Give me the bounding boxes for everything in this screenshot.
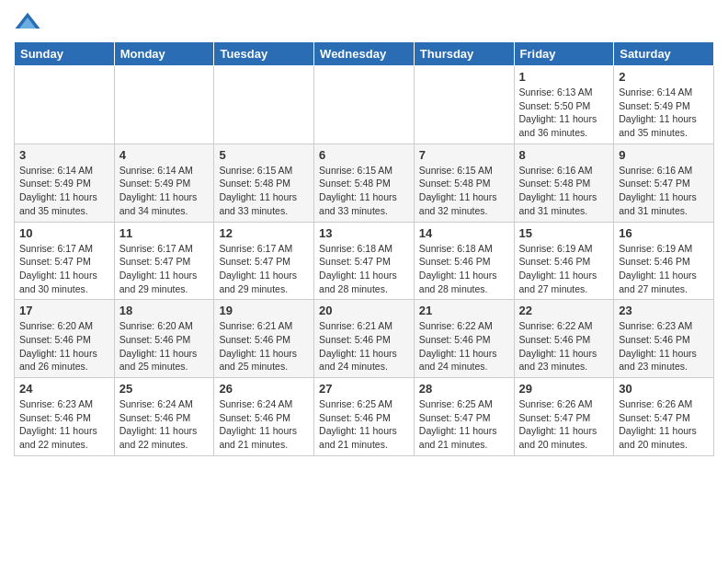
day-number: 22 — [519, 304, 609, 317]
day-info: Sunrise: 6:23 AM Sunset: 5:46 PM Dayligh… — [19, 397, 109, 452]
day-info: Sunrise: 6:20 AM Sunset: 5:46 PM Dayligh… — [119, 319, 210, 373]
day-number: 20 — [319, 304, 409, 317]
day-number: 14 — [419, 226, 509, 240]
day-number: 8 — [519, 148, 609, 162]
day-number: 13 — [319, 226, 409, 240]
day-number: 6 — [319, 148, 409, 162]
calendar-cell: 10Sunrise: 6:17 AM Sunset: 5:47 PM Dayli… — [15, 222, 115, 300]
calendar-cell: 13Sunrise: 6:18 AM Sunset: 5:47 PM Dayli… — [314, 222, 415, 300]
day-number: 18 — [119, 304, 210, 317]
calendar-week-row: 10Sunrise: 6:17 AM Sunset: 5:47 PM Dayli… — [15, 222, 714, 300]
day-info: Sunrise: 6:23 AM Sunset: 5:46 PM Dayligh… — [619, 319, 709, 373]
day-number: 16 — [619, 226, 709, 240]
day-info: Sunrise: 6:22 AM Sunset: 5:46 PM Dayligh… — [519, 319, 609, 373]
calendar-cell: 21Sunrise: 6:22 AM Sunset: 5:46 PM Dayli… — [414, 300, 514, 378]
day-number: 4 — [119, 148, 210, 162]
day-info: Sunrise: 6:18 AM Sunset: 5:46 PM Dayligh… — [419, 242, 509, 296]
col-header-saturday: Saturday — [614, 42, 714, 66]
day-info: Sunrise: 6:14 AM Sunset: 5:49 PM Dayligh… — [619, 86, 709, 140]
day-info: Sunrise: 6:15 AM Sunset: 5:48 PM Dayligh… — [419, 164, 509, 218]
page-header — [14, 9, 714, 37]
logo-icon — [14, 9, 41, 37]
calendar-cell: 3Sunrise: 6:14 AM Sunset: 5:49 PM Daylig… — [15, 144, 115, 222]
day-number: 17 — [19, 304, 109, 317]
day-info: Sunrise: 6:17 AM Sunset: 5:47 PM Dayligh… — [19, 242, 109, 296]
day-info: Sunrise: 6:19 AM Sunset: 5:46 PM Dayligh… — [619, 242, 709, 296]
day-number: 11 — [119, 226, 210, 240]
calendar-cell: 24Sunrise: 6:23 AM Sunset: 5:46 PM Dayli… — [15, 378, 115, 456]
day-info: Sunrise: 6:20 AM Sunset: 5:46 PM Dayligh… — [19, 319, 109, 373]
calendar-cell: 17Sunrise: 6:20 AM Sunset: 5:46 PM Dayli… — [15, 300, 115, 378]
day-number: 2 — [619, 70, 709, 84]
calendar-cell: 6Sunrise: 6:15 AM Sunset: 5:48 PM Daylig… — [314, 144, 415, 222]
logo — [14, 9, 45, 37]
calendar-cell — [314, 66, 415, 144]
day-info: Sunrise: 6:16 AM Sunset: 5:48 PM Dayligh… — [519, 164, 609, 218]
calendar-cell: 15Sunrise: 6:19 AM Sunset: 5:46 PM Dayli… — [514, 222, 614, 300]
calendar-table: SundayMondayTuesdayWednesdayThursdayFrid… — [14, 41, 714, 456]
calendar-cell: 4Sunrise: 6:14 AM Sunset: 5:49 PM Daylig… — [114, 144, 214, 222]
calendar-cell: 16Sunrise: 6:19 AM Sunset: 5:46 PM Dayli… — [614, 222, 714, 300]
day-number: 10 — [19, 226, 109, 240]
day-info: Sunrise: 6:21 AM Sunset: 5:46 PM Dayligh… — [319, 319, 409, 373]
calendar-cell: 29Sunrise: 6:26 AM Sunset: 5:47 PM Dayli… — [514, 378, 614, 456]
calendar-cell — [214, 66, 314, 144]
day-number: 26 — [219, 382, 309, 396]
day-number: 29 — [519, 382, 609, 396]
calendar-cell: 11Sunrise: 6:17 AM Sunset: 5:47 PM Dayli… — [114, 222, 214, 300]
day-info: Sunrise: 6:19 AM Sunset: 5:46 PM Dayligh… — [519, 242, 609, 296]
calendar-cell: 9Sunrise: 6:16 AM Sunset: 5:47 PM Daylig… — [614, 144, 714, 222]
day-info: Sunrise: 6:21 AM Sunset: 5:46 PM Dayligh… — [219, 319, 309, 373]
day-info: Sunrise: 6:25 AM Sunset: 5:47 PM Dayligh… — [419, 397, 509, 452]
calendar-week-row: 3Sunrise: 6:14 AM Sunset: 5:49 PM Daylig… — [15, 144, 714, 222]
calendar-cell: 18Sunrise: 6:20 AM Sunset: 5:46 PM Dayli… — [114, 300, 214, 378]
calendar-week-row: 24Sunrise: 6:23 AM Sunset: 5:46 PM Dayli… — [15, 378, 714, 456]
calendar-cell: 7Sunrise: 6:15 AM Sunset: 5:48 PM Daylig… — [414, 144, 514, 222]
day-info: Sunrise: 6:16 AM Sunset: 5:47 PM Dayligh… — [619, 164, 709, 218]
day-info: Sunrise: 6:15 AM Sunset: 5:48 PM Dayligh… — [219, 164, 309, 218]
day-info: Sunrise: 6:22 AM Sunset: 5:46 PM Dayligh… — [419, 319, 509, 373]
day-info: Sunrise: 6:17 AM Sunset: 5:47 PM Dayligh… — [119, 242, 210, 296]
day-number: 23 — [619, 304, 709, 317]
day-info: Sunrise: 6:26 AM Sunset: 5:47 PM Dayligh… — [519, 397, 609, 452]
calendar-cell: 19Sunrise: 6:21 AM Sunset: 5:46 PM Dayli… — [214, 300, 314, 378]
day-number: 25 — [119, 382, 210, 396]
calendar-cell: 22Sunrise: 6:22 AM Sunset: 5:46 PM Dayli… — [514, 300, 614, 378]
calendar-cell — [414, 66, 514, 144]
day-number: 5 — [219, 148, 309, 162]
day-info: Sunrise: 6:18 AM Sunset: 5:47 PM Dayligh… — [319, 242, 409, 296]
day-info: Sunrise: 6:15 AM Sunset: 5:48 PM Dayligh… — [319, 164, 409, 218]
col-header-thursday: Thursday — [414, 42, 514, 66]
calendar-cell: 2Sunrise: 6:14 AM Sunset: 5:49 PM Daylig… — [614, 66, 714, 144]
day-info: Sunrise: 6:14 AM Sunset: 5:49 PM Dayligh… — [19, 164, 109, 218]
col-header-monday: Monday — [114, 42, 214, 66]
calendar-cell: 14Sunrise: 6:18 AM Sunset: 5:46 PM Dayli… — [414, 222, 514, 300]
calendar-cell: 1Sunrise: 6:13 AM Sunset: 5:50 PM Daylig… — [514, 66, 614, 144]
day-info: Sunrise: 6:24 AM Sunset: 5:46 PM Dayligh… — [119, 397, 210, 452]
calendar-cell: 12Sunrise: 6:17 AM Sunset: 5:47 PM Dayli… — [214, 222, 314, 300]
day-info: Sunrise: 6:24 AM Sunset: 5:46 PM Dayligh… — [219, 397, 309, 452]
col-header-wednesday: Wednesday — [314, 42, 415, 66]
calendar-week-row: 17Sunrise: 6:20 AM Sunset: 5:46 PM Dayli… — [15, 300, 714, 378]
calendar-cell — [15, 66, 115, 144]
col-header-sunday: Sunday — [15, 42, 115, 66]
day-number: 1 — [519, 70, 609, 84]
calendar-cell — [114, 66, 214, 144]
calendar-header-row: SundayMondayTuesdayWednesdayThursdayFrid… — [15, 42, 714, 66]
day-number: 9 — [619, 148, 709, 162]
day-number: 28 — [419, 382, 509, 396]
day-number: 3 — [19, 148, 109, 162]
day-number: 15 — [519, 226, 609, 240]
day-info: Sunrise: 6:17 AM Sunset: 5:47 PM Dayligh… — [219, 242, 309, 296]
day-number: 12 — [219, 226, 309, 240]
day-number: 7 — [419, 148, 509, 162]
calendar-cell: 8Sunrise: 6:16 AM Sunset: 5:48 PM Daylig… — [514, 144, 614, 222]
calendar-cell: 26Sunrise: 6:24 AM Sunset: 5:46 PM Dayli… — [214, 378, 314, 456]
col-header-tuesday: Tuesday — [214, 42, 314, 66]
calendar-week-row: 1Sunrise: 6:13 AM Sunset: 5:50 PM Daylig… — [15, 66, 714, 144]
calendar-cell: 27Sunrise: 6:25 AM Sunset: 5:46 PM Dayli… — [314, 378, 415, 456]
day-number: 21 — [419, 304, 509, 317]
calendar-cell: 28Sunrise: 6:25 AM Sunset: 5:47 PM Dayli… — [414, 378, 514, 456]
day-info: Sunrise: 6:14 AM Sunset: 5:49 PM Dayligh… — [119, 164, 210, 218]
calendar-cell: 25Sunrise: 6:24 AM Sunset: 5:46 PM Dayli… — [114, 378, 214, 456]
